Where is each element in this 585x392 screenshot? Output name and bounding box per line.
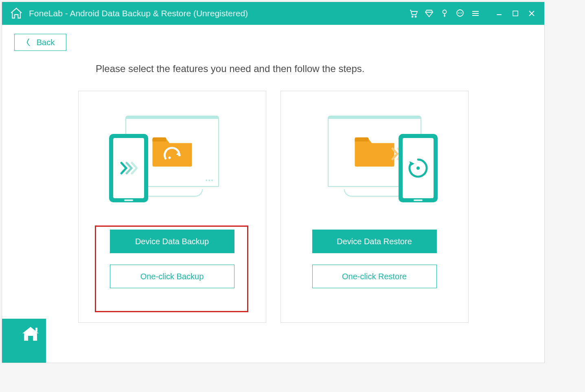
device-data-backup-button[interactable]: Device Data Backup: [110, 230, 234, 253]
one-click-restore-button[interactable]: One-click Restore: [312, 265, 437, 288]
svg-rect-4: [513, 11, 518, 16]
maximize-button[interactable]: [510, 8, 521, 19]
svg-point-5: [168, 156, 171, 159]
back-button-label: Back: [37, 38, 55, 47]
cart-icon[interactable]: [408, 8, 419, 19]
back-button[interactable]: Back: [14, 34, 66, 51]
restore-card: Device Data Restore One-click Restore: [280, 91, 469, 323]
restore-illustration: [311, 116, 438, 209]
app-title: FoneLab - Android Data Backup & Restore …: [29, 9, 408, 18]
menu-icon[interactable]: [470, 8, 481, 19]
svg-point-6: [416, 166, 420, 170]
back-arrow-icon: [26, 38, 32, 47]
window-controls: [494, 8, 537, 19]
backup-card: •••: [78, 91, 266, 323]
svg-rect-7: [35, 328, 37, 332]
corner-home-button[interactable]: [2, 319, 46, 363]
minimize-button[interactable]: [494, 8, 504, 19]
home-icon[interactable]: [9, 7, 23, 20]
titlebar: FoneLab - Android Data Backup & Restore …: [2, 2, 544, 25]
backup-illustration: •••: [109, 116, 235, 209]
device-data-restore-button[interactable]: Device Data Restore: [312, 230, 437, 253]
one-click-backup-button[interactable]: One-click Backup: [110, 265, 234, 288]
restore-circular-icon: [405, 155, 431, 181]
main-content: Please select the features you need and …: [2, 63, 544, 323]
titlebar-toolbar: [408, 8, 537, 19]
svg-point-1: [415, 16, 416, 18]
chat-icon[interactable]: [455, 8, 465, 19]
svg-point-2: [443, 10, 447, 14]
chevrons-right-icon: [120, 161, 138, 175]
key-icon[interactable]: [439, 8, 450, 19]
home-icon: [21, 324, 40, 344]
instruction-text: Please select the features you need and …: [96, 63, 528, 74]
svg-point-0: [412, 16, 413, 18]
feature-cards: •••: [18, 91, 528, 323]
folder-backup-icon: [151, 133, 193, 166]
diamond-icon[interactable]: [424, 8, 434, 19]
app-window: FoneLab - Android Data Backup & Restore …: [2, 2, 545, 363]
close-button[interactable]: [526, 8, 537, 19]
